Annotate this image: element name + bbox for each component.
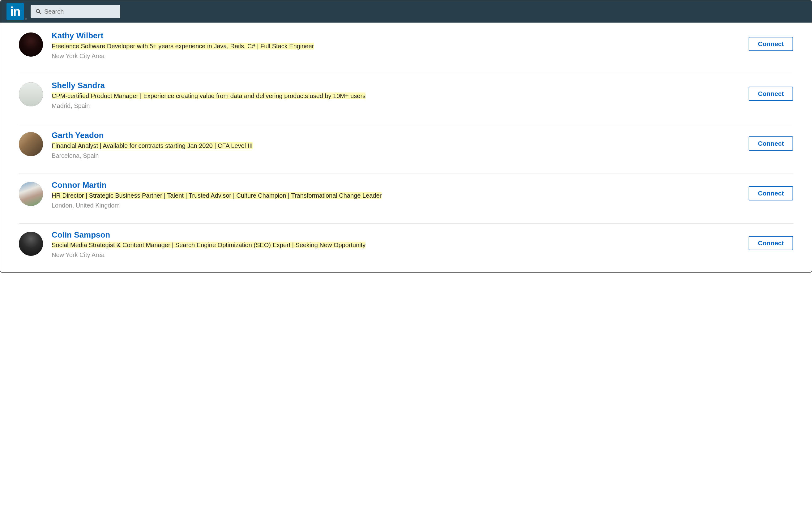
profile-headline: Financial Analyst | Available for contra… — [52, 142, 253, 149]
search-input[interactable] — [44, 8, 115, 15]
result-info: Colin SampsonSocial Media Strategist & C… — [52, 230, 741, 259]
logo-text: in — [10, 5, 20, 19]
connect-button[interactable]: Connect — [749, 87, 793, 101]
profile-headline: HR Director | Strategic Business Partner… — [52, 192, 382, 199]
result-info: Garth YeadonFinancial Analyst | Availabl… — [52, 131, 741, 159]
connect-button[interactable]: Connect — [749, 37, 793, 51]
search-icon — [36, 9, 41, 14]
search-field[interactable] — [31, 5, 120, 18]
profile-headline: Social Media Strategist & Content Manage… — [52, 242, 366, 248]
profile-name-link[interactable]: Shelly Sandra — [52, 81, 741, 90]
svg-line-1 — [39, 12, 41, 14]
result-info: Kathy WilbertFreelance Software Develope… — [52, 31, 741, 60]
result-row: Shelly SandraCPM-certified Product Manag… — [19, 74, 793, 124]
profile-name-link[interactable]: Colin Sampson — [52, 230, 741, 240]
profile-headline: CPM-certified Product Manager | Experien… — [52, 93, 366, 99]
search-results: Kathy WilbertFreelance Software Develope… — [0, 22, 812, 272]
result-row: Colin SampsonSocial Media Strategist & C… — [19, 224, 793, 263]
connect-button[interactable]: Connect — [749, 236, 793, 250]
profile-name-link[interactable]: Kathy Wilbert — [52, 31, 741, 40]
app-window: in ® Kathy WilbertFreelance Software Dev… — [0, 0, 812, 273]
svg-point-0 — [36, 9, 39, 13]
profile-location: New York City Area — [52, 251, 741, 259]
connect-button[interactable]: Connect — [749, 136, 793, 151]
avatar[interactable] — [19, 232, 43, 256]
result-info: Connor MartinHR Director | Strategic Bus… — [52, 181, 741, 209]
result-info: Shelly SandraCPM-certified Product Manag… — [52, 81, 741, 110]
top-nav: in ® — [0, 0, 812, 22]
profile-headline: Freelance Software Developer with 5+ yea… — [52, 43, 314, 49]
result-row: Connor MartinHR Director | Strategic Bus… — [19, 174, 793, 224]
profile-name-link[interactable]: Garth Yeadon — [52, 131, 741, 140]
avatar[interactable] — [19, 32, 43, 56]
avatar[interactable] — [19, 132, 43, 156]
profile-location: New York City Area — [52, 53, 741, 60]
profile-location: London, United Kingdom — [52, 202, 741, 209]
connect-button[interactable]: Connect — [749, 186, 793, 200]
profile-location: Madrid, Spain — [52, 102, 741, 110]
profile-location: Barcelona, Spain — [52, 152, 741, 159]
result-row: Garth YeadonFinancial Analyst | Availabl… — [19, 124, 793, 174]
registered-mark: ® — [25, 18, 26, 21]
result-row: Kathy WilbertFreelance Software Develope… — [19, 27, 793, 74]
linkedin-logo[interactable]: in ® — [6, 3, 24, 20]
avatar[interactable] — [19, 182, 43, 206]
avatar[interactable] — [19, 82, 43, 107]
profile-name-link[interactable]: Connor Martin — [52, 181, 741, 190]
